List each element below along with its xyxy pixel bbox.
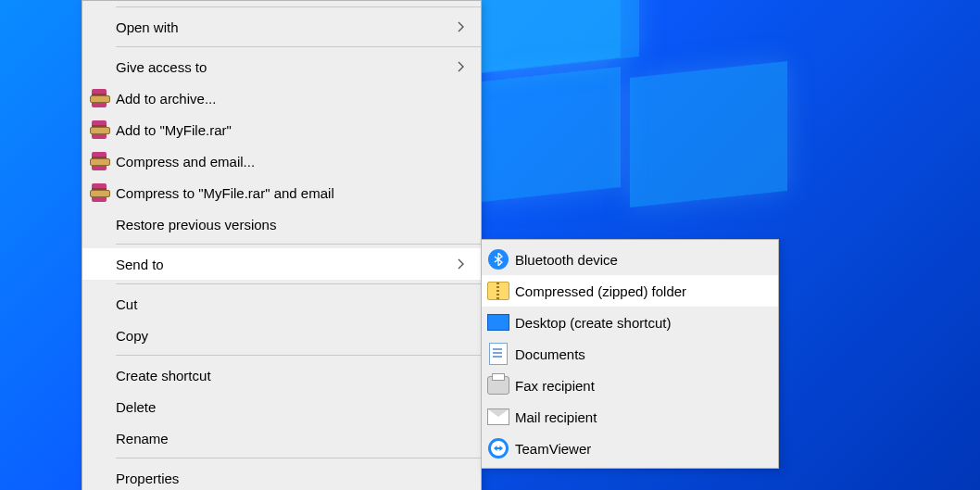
menu-send-to[interactable]: Send to bbox=[82, 248, 481, 280]
menu-item-label: Cut bbox=[116, 296, 453, 312]
menu-item-label: Desktop (create shortcut) bbox=[515, 315, 767, 331]
submenu-desktop-create-shortcut[interactable]: Desktop (create shortcut) bbox=[482, 307, 778, 338]
menu-item-label: Add to "MyFile.rar" bbox=[116, 122, 453, 138]
menu-separator bbox=[116, 458, 481, 459]
submenu-fax-recipient[interactable]: Fax recipient bbox=[482, 370, 778, 401]
winrar-icon bbox=[82, 89, 116, 107]
menu-compress-and-email[interactable]: Compress and email... bbox=[82, 145, 481, 177]
chevron-right-icon bbox=[453, 61, 470, 72]
menu-item-label: Copy bbox=[116, 328, 453, 344]
desktop-background: Open with Give access to Add to archive.… bbox=[0, 0, 980, 490]
menu-item-label: Fax recipient bbox=[515, 378, 767, 394]
winrar-icon bbox=[82, 120, 116, 139]
menu-item-label: Send to bbox=[116, 257, 453, 272]
menu-item-label: Give access to bbox=[116, 59, 453, 75]
desktop-icon bbox=[482, 314, 515, 331]
menu-give-access-to[interactable]: Give access to bbox=[82, 51, 481, 82]
windows-logo-decoration bbox=[482, 0, 797, 259]
menu-item-label: Mail recipient bbox=[515, 409, 767, 425]
menu-item-label: Properties bbox=[116, 471, 453, 486]
menu-separator bbox=[116, 355, 481, 356]
menu-cut[interactable]: Cut bbox=[82, 288, 481, 320]
context-menu: Open with Give access to Add to archive.… bbox=[82, 0, 482, 490]
menu-add-to-myfile-rar[interactable]: Add to "MyFile.rar" bbox=[82, 114, 481, 145]
mail-icon bbox=[482, 408, 515, 425]
menu-separator bbox=[116, 283, 481, 284]
menu-item-label: Compressed (zipped) folder bbox=[515, 283, 767, 299]
menu-compress-to-myfile-and-email[interactable]: Compress to "MyFile.rar" and email bbox=[82, 177, 481, 208]
documents-icon bbox=[482, 343, 515, 365]
bluetooth-icon bbox=[482, 249, 515, 270]
menu-item-label: TeamViewer bbox=[515, 441, 767, 457]
winrar-icon bbox=[82, 152, 116, 170]
menu-item-label: Add to archive... bbox=[116, 91, 453, 107]
menu-restore-previous-versions[interactable]: Restore previous versions bbox=[82, 208, 481, 240]
menu-delete[interactable]: Delete bbox=[82, 391, 481, 422]
submenu-mail-recipient[interactable]: Mail recipient bbox=[482, 401, 778, 433]
menu-properties[interactable]: Properties bbox=[82, 462, 481, 490]
menu-separator bbox=[116, 6, 481, 7]
menu-open-with[interactable]: Open with bbox=[82, 11, 481, 43]
menu-separator bbox=[116, 46, 481, 47]
menu-add-to-archive[interactable]: Add to archive... bbox=[82, 82, 481, 114]
menu-rename[interactable]: Rename bbox=[82, 422, 481, 454]
menu-item-label: Delete bbox=[116, 399, 453, 415]
chevron-right-icon bbox=[453, 258, 470, 270]
send-to-submenu: Bluetooth device Compressed (zipped) fol… bbox=[481, 239, 779, 469]
zip-folder-icon bbox=[482, 282, 515, 300]
menu-copy[interactable]: Copy bbox=[82, 320, 481, 351]
menu-create-shortcut[interactable]: Create shortcut bbox=[82, 359, 481, 391]
menu-item-label: Open with bbox=[116, 19, 453, 35]
submenu-documents[interactable]: Documents bbox=[482, 338, 778, 370]
menu-item-label: Compress to "MyFile.rar" and email bbox=[116, 185, 453, 201]
chevron-right-icon bbox=[453, 21, 470, 32]
fax-icon bbox=[482, 376, 515, 395]
submenu-teamviewer[interactable]: TeamViewer bbox=[482, 433, 778, 464]
menu-item-label: Create shortcut bbox=[116, 368, 453, 383]
menu-item-label: Bluetooth device bbox=[515, 252, 767, 268]
submenu-compressed-zipped-folder[interactable]: Compressed (zipped) folder bbox=[482, 275, 778, 307]
menu-item-label: Rename bbox=[116, 431, 453, 446]
menu-item-label: Compress and email... bbox=[116, 154, 453, 170]
menu-item-label: Restore previous versions bbox=[116, 217, 453, 232]
submenu-bluetooth-device[interactable]: Bluetooth device bbox=[482, 244, 778, 275]
winrar-icon bbox=[82, 183, 116, 202]
menu-item-label: Documents bbox=[515, 346, 767, 362]
menu-separator bbox=[116, 244, 481, 245]
teamviewer-icon bbox=[482, 438, 515, 459]
